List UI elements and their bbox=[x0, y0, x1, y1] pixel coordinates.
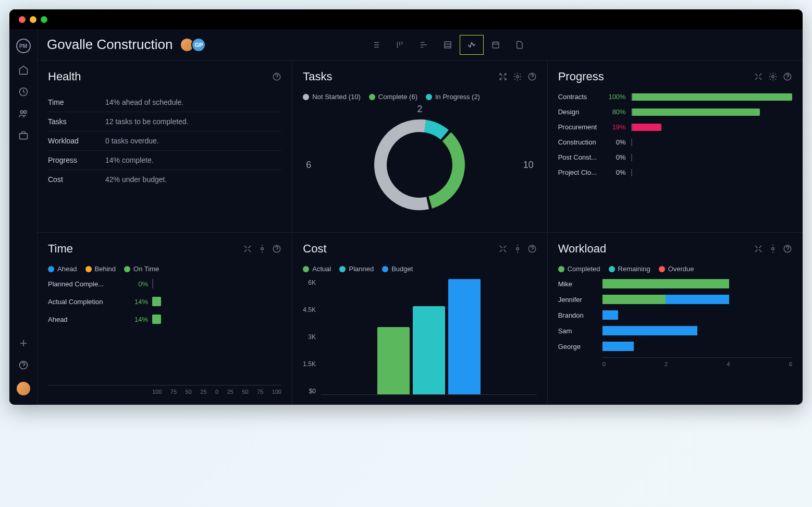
axis-tick: $0 bbox=[303, 388, 316, 395]
dashboard-grid: Health Time14% ahead of schedule.Tasks12… bbox=[38, 61, 803, 405]
file-view-tab[interactable] bbox=[508, 35, 532, 55]
health-value: 0 tasks overdue. bbox=[105, 137, 159, 145]
expand-icon[interactable] bbox=[498, 72, 508, 81]
card-title: Progress bbox=[558, 70, 754, 83]
legend-item[interactable]: Not Started (10) bbox=[303, 93, 361, 101]
team-icon[interactable] bbox=[18, 108, 29, 119]
dashboard-view-tab[interactable] bbox=[460, 35, 484, 55]
legend-dot bbox=[426, 94, 432, 100]
briefcase-icon[interactable] bbox=[18, 130, 29, 141]
cost-bar bbox=[413, 306, 445, 394]
settings-icon[interactable] bbox=[513, 72, 522, 81]
svg-point-10 bbox=[772, 76, 774, 78]
health-label: Time bbox=[48, 98, 105, 106]
table-view-tab[interactable] bbox=[436, 35, 460, 55]
donut-segment bbox=[430, 137, 459, 202]
legend-item[interactable]: On Time bbox=[124, 265, 159, 273]
workload-card: Workload CompletedRemainingOverdue Mike … bbox=[548, 233, 803, 405]
expand-icon[interactable] bbox=[498, 244, 508, 254]
legend-label: Completed bbox=[568, 265, 600, 273]
help-icon[interactable] bbox=[783, 244, 792, 254]
time-bar bbox=[152, 315, 161, 324]
svg-rect-3 bbox=[19, 134, 27, 139]
axis-tick: 25 bbox=[227, 389, 233, 395]
legend-item[interactable]: Budget bbox=[382, 265, 413, 273]
workload-name: Mike bbox=[558, 280, 602, 288]
legend-label: Planned bbox=[349, 265, 374, 273]
add-icon[interactable] bbox=[18, 338, 29, 348]
progress-bar-track bbox=[631, 124, 792, 131]
card-title: Time bbox=[48, 242, 243, 256]
progress-bar-track bbox=[631, 139, 792, 146]
legend-item[interactable]: Behind bbox=[85, 265, 116, 273]
card-title: Tasks bbox=[303, 70, 498, 83]
cost-bar bbox=[448, 279, 481, 394]
workload-bar-track bbox=[602, 279, 792, 288]
legend-item[interactable]: Remaining bbox=[609, 265, 650, 273]
progress-pct: 80% bbox=[605, 108, 631, 116]
progress-row: Project Clo... 0% bbox=[558, 168, 792, 176]
board-view-tab[interactable] bbox=[388, 35, 412, 55]
member-avatars[interactable]: GP bbox=[180, 38, 206, 52]
legend-label: On Time bbox=[133, 265, 159, 273]
legend-item[interactable]: Completed bbox=[558, 265, 600, 273]
gantt-view-tab[interactable] bbox=[412, 35, 436, 55]
window-close-button[interactable] bbox=[19, 16, 26, 23]
progress-pct: 0% bbox=[605, 153, 631, 161]
progress-name: Procurement bbox=[558, 123, 605, 131]
user-avatar[interactable] bbox=[17, 382, 30, 395]
home-icon[interactable] bbox=[18, 65, 29, 75]
legend-item[interactable]: Planned bbox=[339, 265, 374, 273]
calendar-view-tab[interactable] bbox=[484, 35, 508, 55]
legend-dot bbox=[48, 266, 54, 272]
settings-icon[interactable] bbox=[513, 244, 522, 254]
window-maximize-button[interactable] bbox=[41, 16, 47, 23]
tasks-donut-chart: 2 6 10 bbox=[303, 107, 536, 223]
legend-item[interactable]: Actual bbox=[303, 265, 331, 273]
progress-row: Design 80% bbox=[558, 108, 792, 116]
clock-icon[interactable] bbox=[18, 87, 29, 97]
expand-icon[interactable] bbox=[754, 72, 763, 81]
help-icon[interactable] bbox=[272, 72, 281, 81]
time-bar-track bbox=[152, 315, 281, 324]
time-card: Time AheadBehindOn Time Planned Comple..… bbox=[38, 233, 292, 405]
window-minimize-button[interactable] bbox=[30, 16, 36, 23]
legend-dot bbox=[659, 266, 665, 272]
help-icon[interactable] bbox=[527, 72, 537, 81]
legend-item[interactable]: In Progress (2) bbox=[426, 93, 480, 101]
expand-icon[interactable] bbox=[754, 244, 763, 254]
settings-icon[interactable] bbox=[257, 244, 267, 254]
workload-row: Mike bbox=[558, 279, 792, 288]
legend-item[interactable]: Ahead bbox=[48, 265, 77, 273]
progress-name: Construction bbox=[558, 138, 605, 146]
settings-icon[interactable] bbox=[768, 72, 778, 81]
help-icon[interactable] bbox=[527, 244, 537, 254]
health-value: 12 tasks to be completed. bbox=[105, 117, 189, 126]
workload-bar-completed bbox=[602, 295, 666, 304]
legend-label: Not Started (10) bbox=[312, 93, 361, 101]
list-view-tab[interactable] bbox=[364, 35, 388, 55]
expand-icon[interactable] bbox=[243, 244, 252, 254]
workload-bar-remaining bbox=[666, 295, 729, 304]
help-icon[interactable] bbox=[272, 244, 281, 254]
member-avatar[interactable]: GP bbox=[191, 38, 206, 52]
project-title: Govalle Construction bbox=[47, 37, 173, 53]
health-row: Workload0 tasks overdue. bbox=[48, 131, 281, 151]
donut-label-inprogress: 2 bbox=[417, 104, 422, 115]
app-logo[interactable]: PM bbox=[16, 39, 31, 53]
legend-item[interactable]: Complete (6) bbox=[369, 93, 417, 101]
time-pct: 14% bbox=[126, 316, 152, 323]
workload-bar-remaining bbox=[602, 326, 697, 335]
workload-row: Brandon bbox=[558, 310, 792, 320]
help-icon[interactable] bbox=[783, 72, 792, 81]
legend-dot bbox=[382, 266, 388, 272]
time-bar-track bbox=[152, 297, 281, 306]
legend-item[interactable]: Overdue bbox=[659, 265, 694, 273]
legend-label: Budget bbox=[391, 265, 413, 273]
help-icon[interactable] bbox=[18, 360, 29, 370]
legend-dot bbox=[303, 94, 309, 100]
settings-icon[interactable] bbox=[768, 244, 778, 254]
axis-tick: 6K bbox=[303, 279, 316, 286]
health-value: 42% under budget. bbox=[105, 175, 167, 184]
legend-label: Actual bbox=[312, 265, 331, 273]
